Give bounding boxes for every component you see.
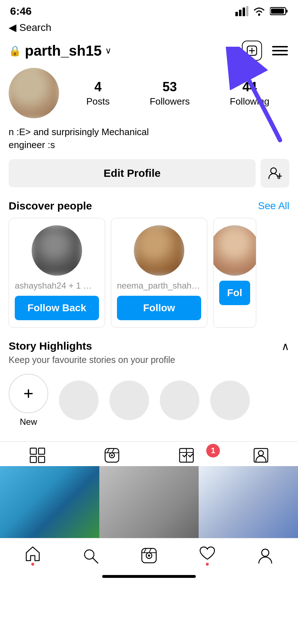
- username-container: 🔒 parth_sh15 ∨: [9, 43, 112, 59]
- add-person-button[interactable]: [261, 159, 289, 188]
- following-stat[interactable]: 44 Following: [230, 79, 270, 107]
- svg-rect-7: [271, 9, 284, 14]
- story-highlights-section: Story Highlights ∧ Keep your favourite s…: [0, 336, 298, 438]
- new-highlight-item[interactable]: + New: [9, 374, 48, 427]
- svg-point-12: [271, 168, 276, 174]
- add-post-button[interactable]: [242, 41, 262, 61]
- back-nav[interactable]: ◀ Search: [0, 20, 298, 37]
- svg-point-4: [258, 14, 260, 16]
- profile-info: 4 Posts 53 Followers 44 Following: [0, 64, 298, 124]
- menu-line-1: [272, 46, 288, 47]
- follow-button-partial[interactable]: Fol: [219, 281, 250, 305]
- highlight-item-1[interactable]: [59, 381, 99, 420]
- discover-card-2: neema_parth_shah +... Follow: [111, 218, 207, 328]
- post-thumb-1[interactable]: [0, 466, 99, 538]
- highlight-circle-2: [109, 381, 149, 420]
- tab-reels[interactable]: [74, 447, 149, 463]
- grid-icon: [30, 447, 45, 463]
- post-thumb-3[interactable]: [199, 466, 298, 538]
- bio-text: n :E> and surprisingly Mechanical engine…: [9, 125, 289, 152]
- reels-icon: [104, 447, 120, 463]
- nav-home[interactable]: [24, 546, 41, 566]
- profile-header: 🔒 parth_sh15 ∨: [0, 37, 298, 64]
- discover-avatar-3: [213, 225, 256, 276]
- notification-count: 1: [211, 446, 215, 455]
- highlight-circle-1: [59, 381, 99, 420]
- status-icons: [235, 6, 288, 16]
- bio-section: n :E> and surprisingly Mechanical engine…: [0, 124, 298, 159]
- following-count: 44: [242, 79, 257, 95]
- svg-line-23: [107, 448, 109, 453]
- tab-profile-tag[interactable]: [224, 447, 298, 463]
- home-nav-dot: [31, 563, 34, 566]
- dropdown-arrow[interactable]: ∨: [105, 46, 112, 56]
- nav-search[interactable]: [82, 548, 99, 564]
- menu-button[interactable]: [271, 45, 289, 57]
- bio-line2: engineer :s: [9, 139, 55, 150]
- battery-icon: [270, 6, 288, 16]
- highlight-circle-3: [160, 381, 199, 420]
- signal-icon: [235, 6, 248, 16]
- back-label: ◀ Search: [9, 22, 51, 33]
- svg-rect-16: [39, 448, 45, 454]
- tab-tagged[interactable]: 1: [149, 447, 224, 463]
- discover-header: Discover people See All: [0, 196, 298, 218]
- status-time: 6:46: [10, 5, 32, 17]
- avatar-image: [9, 68, 59, 118]
- highlight-item-4[interactable]: [210, 381, 250, 420]
- followers-stat[interactable]: 53 Followers: [150, 79, 190, 107]
- nav-profile[interactable]: [257, 548, 274, 564]
- svg-rect-0: [235, 12, 238, 16]
- discover-username-1: ashayshah24 + 1 more: [15, 281, 99, 291]
- highlights-row: + New: [9, 374, 289, 434]
- svg-point-29: [258, 451, 263, 456]
- discover-title: Discover people: [9, 200, 92, 212]
- wifi-icon: [253, 6, 266, 16]
- follow-back-button[interactable]: Follow Back: [15, 296, 99, 320]
- lock-icon: 🔒: [9, 45, 21, 57]
- discover-card-3: Fol: [213, 218, 256, 328]
- posts-row: [0, 466, 298, 538]
- notification-badge: 1: [206, 444, 220, 457]
- avatar: [9, 68, 59, 118]
- story-highlights-header: Story Highlights ∧: [9, 340, 289, 353]
- follow-button[interactable]: Follow: [117, 296, 201, 320]
- svg-line-36: [144, 548, 146, 553]
- menu-line-3: [272, 54, 288, 55]
- svg-line-37: [149, 548, 151, 553]
- svg-rect-15: [30, 448, 36, 454]
- following-label: Following: [230, 96, 270, 107]
- posts-label: Posts: [86, 96, 110, 107]
- followers-count: 53: [163, 79, 177, 95]
- nav-reels[interactable]: [140, 548, 158, 564]
- tab-grid[interactable]: [0, 447, 74, 463]
- profile-tag-icon: [253, 447, 269, 463]
- svg-point-30: [85, 550, 94, 559]
- posts-stat[interactable]: 4 Posts: [86, 79, 110, 107]
- new-highlight-label: New: [20, 417, 37, 427]
- bio-line1: n :E> and surprisingly Mechanical: [9, 126, 149, 137]
- svg-line-31: [93, 558, 98, 563]
- svg-rect-3: [246, 6, 248, 16]
- stats-container: 4 Posts 53 Followers 44 Following: [66, 79, 289, 107]
- header-actions: [242, 41, 289, 61]
- nav-activity[interactable]: [199, 546, 216, 566]
- new-highlight-circle[interactable]: +: [9, 374, 48, 413]
- post-thumb-2[interactable]: [99, 466, 199, 538]
- edit-profile-button[interactable]: Edit Profile: [9, 159, 256, 187]
- svg-point-34: [148, 555, 150, 557]
- highlight-item-3[interactable]: [160, 381, 199, 420]
- edit-profile-row: Edit Profile: [0, 159, 298, 196]
- profile-nav-icon: [257, 548, 274, 564]
- chevron-up-icon[interactable]: ∧: [281, 340, 289, 353]
- svg-rect-6: [286, 10, 288, 13]
- activity-nav-dot: [206, 563, 209, 566]
- plus-icon: +: [23, 385, 33, 402]
- tagged-icon: [179, 447, 194, 463]
- svg-rect-1: [239, 10, 241, 16]
- posts-count: 4: [94, 79, 101, 95]
- see-all-link[interactable]: See All: [258, 200, 289, 212]
- highlight-item-2[interactable]: [109, 381, 149, 420]
- heart-icon: [199, 546, 216, 561]
- home-icon: [24, 546, 41, 561]
